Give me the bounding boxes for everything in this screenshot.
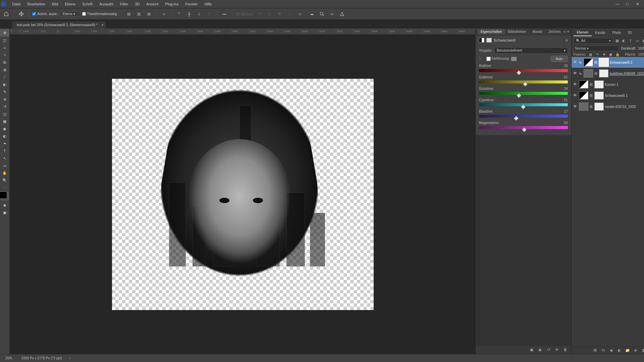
- menu-filter[interactable]: Filter: [117, 1, 131, 7]
- screenmode-icon[interactable]: ▣: [0, 209, 9, 216]
- slider-blautöne[interactable]: Blautöne:17: [479, 110, 568, 118]
- document-tab[interactable]: test.psdc bei 25% (Schwarzweiß 2, Ebenen…: [12, 21, 106, 28]
- layer-name[interactable]: Schwarzweiß 2: [610, 61, 633, 64]
- align-top-icon[interactable]: ⊤: [175, 10, 183, 18]
- align-left-icon[interactable]: ▤: [125, 10, 133, 18]
- tint-color-swatch[interactable]: [511, 57, 517, 61]
- pen-tool[interactable]: ✒: [0, 140, 9, 147]
- new-adjustment-icon[interactable]: ◐: [617, 348, 622, 353]
- search-icon[interactable]: [318, 10, 326, 18]
- filter-adjust-icon[interactable]: ◐: [621, 38, 627, 44]
- distribute-icon[interactable]: ≡: [160, 10, 168, 18]
- filter-pixel-icon[interactable]: ▦: [614, 38, 620, 44]
- brush-tool[interactable]: ✎: [0, 88, 9, 96]
- auto-select-dropdown[interactable]: Ebene ▾: [60, 11, 80, 17]
- layers-tab-3d[interactable]: 3D: [624, 29, 635, 36]
- menu-hilfe[interactable]: Hilfe: [201, 1, 215, 7]
- layer-thumbnail[interactable]: [584, 69, 593, 77]
- layer-thumbnail[interactable]: [579, 92, 588, 100]
- layer-row[interactable]: 👁⛓Schwarzweiß 1: [572, 90, 644, 101]
- move-tool[interactable]: ✥: [0, 29, 9, 37]
- marquee-tool[interactable]: ◫: [0, 37, 9, 44]
- mask-link-icon[interactable]: ⛓: [594, 72, 598, 75]
- delete-layer-icon[interactable]: 🗑: [641, 348, 644, 353]
- properties-tab-bibliotheken[interactable]: Bibliotheken: [505, 29, 529, 35]
- layer-mask-thumbnail[interactable]: [599, 69, 608, 77]
- healing-brush-tool[interactable]: ◐: [0, 81, 9, 88]
- share-icon[interactable]: [338, 10, 346, 18]
- slider-magentatöne[interactable]: Magentatöne:53: [479, 121, 568, 129]
- gradient-tool[interactable]: ▦: [0, 118, 9, 125]
- align-center-h-icon[interactable]: ▥: [135, 10, 143, 18]
- layer-name[interactable]: buildings-936589_1920...: [610, 72, 644, 75]
- menu-3d[interactable]: 3D: [131, 1, 143, 7]
- layer-thumbnail[interactable]: [579, 80, 588, 88]
- lock-artboard-icon[interactable]: ▣: [608, 53, 613, 56]
- link-layers-icon[interactable]: ⌘: [593, 348, 598, 353]
- panel-menu-icon[interactable]: ≡: [566, 38, 568, 42]
- layer-name[interactable]: Schwarzweiß 1: [605, 94, 628, 98]
- maximize-button[interactable]: □: [623, 1, 633, 7]
- menu-schrift[interactable]: Schrift: [79, 1, 96, 7]
- workspace-icon[interactable]: ▭: [328, 10, 336, 18]
- menu-ansicht[interactable]: Ansicht: [143, 1, 162, 7]
- transform-controls-checkbox[interactable]: Transformationsstrg.: [82, 12, 118, 16]
- layers-tab-kanäle[interactable]: Kanäle: [592, 29, 609, 36]
- close-tab-icon[interactable]: ×: [102, 23, 104, 27]
- slider-gelbtöne[interactable]: Gelbtöne:62: [479, 75, 568, 83]
- lock-transparency-icon[interactable]: ▦: [588, 53, 593, 56]
- menu-auswahl[interactable]: Auswahl: [96, 1, 117, 7]
- mask-link-icon[interactable]: ⛓: [590, 83, 593, 86]
- menu-datei[interactable]: Datei: [9, 1, 24, 7]
- status-flyout-icon[interactable]: ›: [69, 356, 70, 360]
- layer-name[interactable]: model-429733_1920: [605, 105, 636, 109]
- layer-mask-thumbnail[interactable]: [594, 92, 604, 100]
- reset-icon[interactable]: ↺: [546, 348, 551, 352]
- cloud-docs-icon[interactable]: ☁: [308, 10, 316, 18]
- layer-visibility-icon[interactable]: 👁: [573, 71, 578, 76]
- clip-to-layer-icon[interactable]: ▣: [529, 348, 534, 352]
- mask-link-icon[interactable]: ⛓: [590, 105, 593, 108]
- align-center-v-icon[interactable]: ╫: [185, 10, 193, 18]
- auto-button[interactable]: Auto: [551, 56, 568, 62]
- new-layer-icon[interactable]: ⊕: [633, 348, 638, 353]
- close-button[interactable]: ✕: [633, 1, 643, 7]
- new-group-icon[interactable]: 📁: [625, 348, 630, 353]
- layer-mask-thumbnail[interactable]: [594, 80, 604, 88]
- close-panel-icon[interactable]: ×: [567, 30, 569, 34]
- align-bottom-icon[interactable]: ⊥: [195, 10, 203, 18]
- align-right-icon[interactable]: ▤: [145, 10, 153, 18]
- slider-rottöne[interactable]: Rottöne:26: [479, 64, 568, 72]
- layer-name[interactable]: Kurven 1: [605, 83, 619, 86]
- menu-bearbeiten[interactable]: Bearbeiten: [24, 1, 49, 7]
- lock-position-icon[interactable]: ✥: [602, 53, 606, 56]
- layers-tab-ebenen[interactable]: Ebenen: [574, 29, 592, 36]
- more-options-icon[interactable]: •••: [220, 10, 228, 18]
- type-tool[interactable]: T: [0, 147, 9, 155]
- targeted-adjust-icon[interactable]: ☟: [479, 56, 484, 62]
- zoom-tool[interactable]: 🔍: [0, 177, 9, 184]
- lock-all-icon[interactable]: 🔒: [615, 53, 620, 56]
- zoom-level[interactable]: 25%: [3, 356, 14, 361]
- layer-thumbnail[interactable]: [584, 58, 593, 66]
- move-tool-icon[interactable]: [17, 10, 25, 18]
- layer-mask-thumbnail[interactable]: [599, 58, 608, 66]
- menu-ebene[interactable]: Ebene: [61, 1, 79, 7]
- layer-visibility-icon[interactable]: 👁: [573, 104, 578, 109]
- filter-type-icon[interactable]: T: [628, 38, 633, 44]
- mask-link-icon[interactable]: ⛓: [590, 94, 593, 97]
- menu-bild[interactable]: Bild: [49, 1, 61, 7]
- filter-shape-icon[interactable]: ▱: [635, 38, 640, 44]
- quickmask-icon[interactable]: ◙: [0, 201, 9, 209]
- distribute-v-icon[interactable]: ⋮: [205, 10, 213, 18]
- menu-plug-ins[interactable]: Plug-ins: [162, 1, 182, 7]
- slider-grüntöne[interactable]: Grüntöne:24: [479, 87, 568, 95]
- lock-image-icon[interactable]: ✎: [595, 53, 600, 56]
- tint-checkbox[interactable]: Farbtonung: [486, 57, 509, 61]
- properties-tab-eigenschaften[interactable]: Eigenschaften: [478, 29, 505, 35]
- layer-filter-dropdown[interactable]: 🔍 Art ▾: [574, 38, 613, 44]
- layer-thumbnail[interactable]: [579, 103, 588, 111]
- layer-row[interactable]: 👁⛓model-429733_1920: [572, 101, 644, 112]
- blur-tool[interactable]: ◉: [0, 125, 9, 132]
- frame-tool[interactable]: ⊞: [0, 66, 9, 73]
